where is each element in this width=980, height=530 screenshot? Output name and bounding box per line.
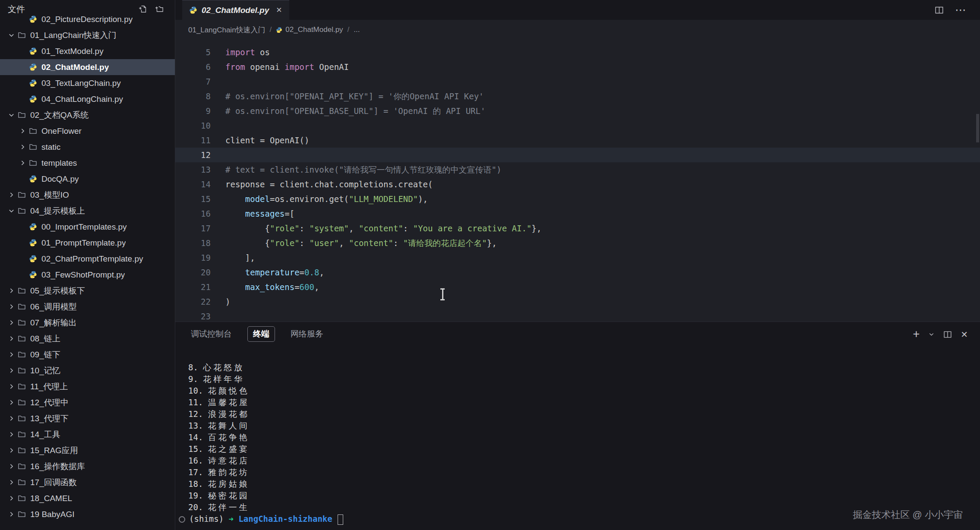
tree-item[interactable]: 02_ChatModel.py bbox=[0, 59, 175, 75]
tree-item[interactable]: 13_代理下 bbox=[0, 410, 175, 426]
prompt-directory: LangChain-shizhanke bbox=[238, 514, 332, 524]
code-line-23[interactable]: 23 bbox=[175, 309, 980, 322]
split-editor-icon[interactable] bbox=[935, 6, 944, 15]
folder-icon bbox=[16, 478, 27, 486]
tree-item[interactable]: 04_ChatLongChain.py bbox=[0, 91, 175, 107]
tree-item-label: 04_提示模板上 bbox=[30, 205, 85, 217]
tree-item[interactable]: 00_ImportTemplates.py bbox=[0, 219, 175, 235]
line-number[interactable]: 9 bbox=[175, 104, 225, 118]
tree-item[interactable]: 15_RAG应用 bbox=[0, 442, 175, 458]
line-number[interactable]: 19 bbox=[175, 250, 225, 265]
tree-item[interactable]: 06_调用模型 bbox=[0, 299, 175, 315]
tree-item[interactable]: 02_PictureDescription.py bbox=[0, 11, 175, 27]
tree-item-label: 03_TextLangChain.py bbox=[41, 79, 121, 88]
code-line-22[interactable]: 22) bbox=[175, 294, 980, 309]
tree-item[interactable]: 01_TextModel.py bbox=[0, 43, 175, 59]
line-number[interactable]: 17 bbox=[175, 221, 225, 236]
tree-item[interactable]: 07_解析输出 bbox=[0, 315, 175, 331]
code-line-16[interactable]: 16 messages=[ bbox=[175, 206, 980, 221]
editor-scrollbar[interactable] bbox=[976, 114, 979, 142]
tree-item-label: 02_PictureDescription.py bbox=[41, 15, 133, 24]
tree-item[interactable]: 18_CAMEL bbox=[0, 490, 175, 506]
tree-item[interactable]: 09_链下 bbox=[0, 347, 175, 363]
code-line-7[interactable]: 7 bbox=[175, 74, 980, 89]
line-number[interactable]: 13 bbox=[175, 162, 225, 177]
tree-item[interactable]: 08_链上 bbox=[0, 331, 175, 347]
chevron-right-icon bbox=[6, 367, 16, 374]
tree-item[interactable]: 19 BabyAGI bbox=[0, 506, 175, 522]
tree-item[interactable]: 10_记忆 bbox=[0, 363, 175, 379]
tree-item[interactable]: 01_PromptTemplate.py bbox=[0, 235, 175, 251]
code-text: max_tokens=600, bbox=[225, 280, 319, 294]
line-number[interactable]: 15 bbox=[175, 192, 225, 206]
code-editor[interactable]: 5import os6from openai import OpenAI78# … bbox=[175, 40, 980, 322]
panel-tab-ports[interactable]: 网络服务 bbox=[291, 328, 323, 340]
code-line-12[interactable]: 12 bbox=[175, 148, 980, 162]
line-number[interactable]: 14 bbox=[175, 177, 225, 192]
code-text: client = OpenAI() bbox=[225, 133, 309, 148]
tree-item[interactable]: OneFlower bbox=[0, 123, 175, 139]
code-line-10[interactable]: 10 bbox=[175, 118, 980, 133]
breadcrumb-item[interactable]: 01_LangChain快速入门 bbox=[188, 25, 266, 35]
line-number[interactable]: 11 bbox=[175, 133, 225, 148]
code-lines: 5import os6from openai import OpenAI78# … bbox=[175, 45, 980, 322]
tree-item[interactable]: 17_回调函数 bbox=[0, 474, 175, 490]
split-terminal-icon[interactable] bbox=[943, 330, 952, 339]
tree-item[interactable]: 01_LangChain快速入门 bbox=[0, 27, 175, 43]
line-number[interactable]: 12 bbox=[175, 148, 225, 162]
tree-item[interactable]: static bbox=[0, 139, 175, 155]
panel-tab-debug-console[interactable]: 调试控制台 bbox=[191, 328, 232, 340]
code-line-9[interactable]: 9# os.environ["OPENAI_BASE_URL"] = 'Open… bbox=[175, 104, 980, 118]
code-line-15[interactable]: 15 model=os.environ.get("LLM_MODELEND"), bbox=[175, 192, 980, 206]
code-line-5[interactable]: 5import os bbox=[175, 45, 980, 60]
tree-item[interactable]: 12_代理中 bbox=[0, 394, 175, 410]
code-line-20[interactable]: 20 temperature=0.8, bbox=[175, 265, 980, 280]
code-line-19[interactable]: 19 ], bbox=[175, 250, 980, 265]
chevron-right-icon bbox=[6, 399, 16, 406]
more-actions-icon[interactable]: ⋯ bbox=[955, 4, 967, 16]
code-line-14[interactable]: 14response = client.chat.completions.cre… bbox=[175, 177, 980, 192]
line-number[interactable]: 20 bbox=[175, 265, 225, 280]
close-tab-icon[interactable]: ✕ bbox=[276, 6, 282, 15]
terminal-dropdown-icon[interactable] bbox=[928, 331, 935, 338]
tree-item[interactable]: 03_FewShotPrompt.py bbox=[0, 267, 175, 283]
line-number[interactable]: 6 bbox=[175, 60, 225, 74]
breadcrumb-item[interactable]: 02_ChatModel.py bbox=[276, 25, 343, 34]
code-line-17[interactable]: 17 {"role": "system", "content": "You ar… bbox=[175, 221, 980, 236]
code-line-6[interactable]: 6from openai import OpenAI bbox=[175, 60, 980, 74]
tab-02-chatmodel-py[interactable]: 02_ChatModel.py ✕ bbox=[182, 0, 289, 20]
line-number[interactable]: 10 bbox=[175, 118, 225, 133]
line-number[interactable]: 18 bbox=[175, 236, 225, 250]
panel-tab-terminal[interactable]: 终端 bbox=[247, 326, 275, 342]
tree-item[interactable]: DocQA.py bbox=[0, 171, 175, 187]
new-terminal-icon[interactable]: + bbox=[913, 328, 920, 340]
breadcrumb-item[interactable]: ... bbox=[354, 25, 360, 34]
tree-item[interactable]: 03_TextLangChain.py bbox=[0, 75, 175, 91]
tree-item[interactable]: templates bbox=[0, 155, 175, 171]
line-number[interactable]: 22 bbox=[175, 294, 225, 309]
line-number[interactable]: 5 bbox=[175, 45, 225, 60]
line-number[interactable]: 16 bbox=[175, 206, 225, 221]
line-number[interactable]: 23 bbox=[175, 309, 225, 322]
tree-item[interactable]: 02_ChatPromptTemplate.py bbox=[0, 251, 175, 267]
tree-item[interactable]: 04_提示模板上 bbox=[0, 203, 175, 219]
tree-item[interactable]: 14_工具 bbox=[0, 426, 175, 442]
close-panel-icon[interactable]: ✕ bbox=[961, 329, 968, 340]
explorer-sidebar: 文件 02_PictureDescription.py01_LangChain快… bbox=[0, 0, 175, 530]
line-number[interactable]: 21 bbox=[175, 280, 225, 294]
code-line-18[interactable]: 18 {"role": "user", "content": "请给我的花店起个… bbox=[175, 236, 980, 250]
chevron-right-icon bbox=[6, 287, 16, 294]
tree-item[interactable]: 03_模型IO bbox=[0, 187, 175, 203]
line-number[interactable]: 7 bbox=[175, 74, 225, 89]
tree-item[interactable]: 05_提示模板下 bbox=[0, 283, 175, 299]
tree-item[interactable]: 16_操作数据库 bbox=[0, 458, 175, 474]
chevron-right-icon bbox=[6, 191, 16, 199]
code-line-11[interactable]: 11client = OpenAI() bbox=[175, 133, 980, 148]
code-line-21[interactable]: 21 max_tokens=600, bbox=[175, 280, 980, 294]
line-number[interactable]: 8 bbox=[175, 89, 225, 104]
tree-item[interactable]: 02_文档QA系统 bbox=[0, 107, 175, 123]
code-line-8[interactable]: 8# os.environ["OPENAI_API_KEY"] = '你的Ope… bbox=[175, 89, 980, 104]
terminal-output[interactable]: 8. 心花怒放9. 花样年华10. 花颜悦色11. 温馨花屋12. 浪漫花都13… bbox=[175, 346, 980, 525]
code-line-13[interactable]: 13# text = client.invoke("请给我写一句情人节红玫瑰的中… bbox=[175, 162, 980, 177]
tree-item[interactable]: 11_代理上 bbox=[0, 379, 175, 394]
